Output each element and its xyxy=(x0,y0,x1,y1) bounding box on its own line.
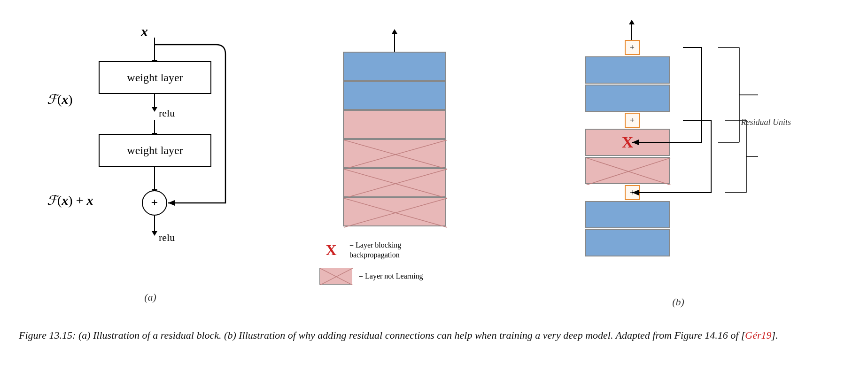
weight-layer-2-label: weight layer xyxy=(127,144,183,157)
fig-a-label: (a) xyxy=(144,291,156,303)
weight-layer-2-box: weight layer xyxy=(99,134,211,167)
arrow-up-stack xyxy=(394,33,395,52)
caption-ref: Gér19 xyxy=(745,329,771,341)
arrow-relu1-to-weight2 xyxy=(154,120,155,134)
fx-plus-x-label: ℱ(x) + x xyxy=(47,193,93,208)
svg-line-5 xyxy=(344,169,447,198)
plus-circle: + xyxy=(142,190,167,216)
res-hatch-svg-middle xyxy=(586,158,671,185)
svg-line-6 xyxy=(344,198,447,227)
relu-label-2: relu xyxy=(159,232,175,244)
arrow-plus-to-relu2 xyxy=(154,216,155,232)
caption-text-b: ]. xyxy=(772,329,778,341)
stack-diagram: X xyxy=(343,33,446,226)
plus-symbol: + xyxy=(151,196,158,210)
weight-layer-1-label: weight layer xyxy=(127,71,183,84)
res-blue-bot-2 xyxy=(585,229,670,256)
plus-symbol-top: + xyxy=(630,43,635,53)
plus-middle: + xyxy=(625,113,640,128)
res-blue-bot-1 xyxy=(585,201,670,228)
arrow-weight2-to-plus xyxy=(154,167,155,190)
stack-blue-1 xyxy=(343,52,446,81)
arrow-up-top xyxy=(631,23,632,40)
arrowhead-up xyxy=(629,20,635,24)
fx-label: ℱ(x) xyxy=(47,92,73,107)
figures-row: x weight layer relu weight layer + xyxy=(19,19,849,308)
weight-layer-1-box: weight layer xyxy=(99,61,211,94)
relu-label-1: relu xyxy=(159,107,175,119)
fig-a-diagram: x weight layer relu weight layer + xyxy=(38,19,263,282)
caption-figure-num: Figure 13.15: xyxy=(19,329,76,341)
x-label: x xyxy=(141,23,148,39)
plus-symbol-bottom: + xyxy=(630,188,635,198)
residual-diagram: + + X + xyxy=(580,23,777,287)
res-blue-top-2 xyxy=(585,85,670,112)
figure-caption: Figure 13.15: (a) Illustration of a resi… xyxy=(19,327,778,343)
res-pink-x-middle: X xyxy=(585,129,670,156)
legend-hatch-svg xyxy=(320,268,353,285)
res-pink-hatch-middle xyxy=(585,157,670,184)
svg-line-7 xyxy=(344,198,447,227)
svg-marker-0 xyxy=(168,200,175,206)
figure-b: X xyxy=(310,19,479,301)
plus-bottom: + xyxy=(625,185,640,200)
legend-box-desc: = Layer not Learning xyxy=(359,272,423,280)
arrow-x-to-weight1 xyxy=(154,38,155,61)
svg-line-3 xyxy=(344,140,447,169)
residual-units-text: Residual Units xyxy=(741,117,791,127)
svg-line-2 xyxy=(344,140,447,169)
legend-item-x: X = Layer blocking backpropagation xyxy=(319,241,443,260)
legend: X = Layer blocking backpropagation = Lay… xyxy=(319,241,443,285)
legend-hatch-box xyxy=(319,268,352,285)
stack-pink-x: X xyxy=(343,110,446,139)
legend-item-box: = Layer not Learning xyxy=(319,268,443,285)
stack-blue-2 xyxy=(343,81,446,110)
residual-units-label: Residual Units xyxy=(741,117,791,127)
legend-x-symbol: X xyxy=(319,241,343,259)
stack-pink-hatch-2 xyxy=(343,168,446,197)
caption-text-a: (a) Illustration of a residual block. (b… xyxy=(78,329,745,341)
stack-pink-hatch-1 xyxy=(343,139,446,168)
svg-line-4 xyxy=(344,169,447,198)
fig-b-label: (b) xyxy=(672,296,684,308)
legend-x-desc: = Layer blocking backpropagation xyxy=(349,241,443,260)
plus-top: + xyxy=(625,40,640,55)
figure-c: + + X + xyxy=(507,19,849,308)
arrow-weight1-to-relu1 xyxy=(154,94,155,108)
res-x-symbol: X xyxy=(622,133,634,151)
plus-symbol-middle: + xyxy=(630,116,635,125)
res-blue-top-1 xyxy=(585,56,670,84)
figure-a: x weight layer relu weight layer + xyxy=(19,19,282,303)
stack-pink-hatch-3 xyxy=(343,197,446,226)
